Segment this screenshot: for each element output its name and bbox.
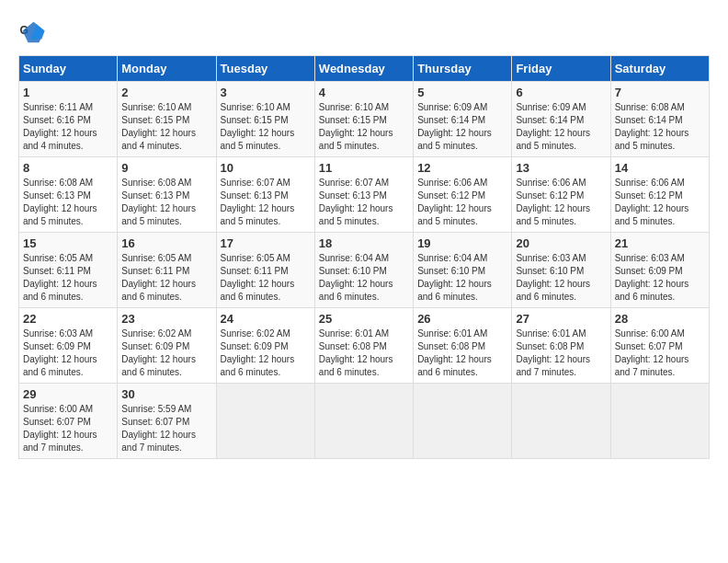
calendar-cell: 28Sunrise: 6:00 AMSunset: 6:07 PMDayligh… — [610, 308, 709, 384]
day-number: 30 — [121, 387, 211, 401]
calendar-cell — [512, 384, 610, 459]
day-number: 28 — [615, 312, 705, 326]
calendar-cell: 4Sunrise: 6:10 AMSunset: 6:15 PMDaylight… — [314, 82, 413, 157]
calendar-cell: 11Sunrise: 6:07 AMSunset: 6:13 PMDayligh… — [314, 157, 413, 233]
calendar-cell: 30Sunrise: 5:59 AMSunset: 6:07 PMDayligh… — [118, 384, 216, 459]
day-number: 17 — [221, 236, 311, 250]
calendar-table: SundayMondayTuesdayWednesdayThursdayFrid… — [18, 55, 710, 459]
day-number: 4 — [319, 86, 409, 99]
calendar-cell: 18Sunrise: 6:04 AMSunset: 6:10 PMDayligh… — [314, 233, 413, 308]
header-cell-friday: Friday — [512, 56, 610, 82]
day-info: Sunrise: 6:01 AMSunset: 6:08 PMDaylight:… — [319, 327, 409, 379]
calendar-cell: 21Sunrise: 6:03 AMSunset: 6:09 PMDayligh… — [610, 233, 709, 308]
calendar-cell: 17Sunrise: 6:05 AMSunset: 6:11 PMDayligh… — [216, 233, 314, 308]
day-info: Sunrise: 6:03 AMSunset: 6:09 PMDaylight:… — [615, 252, 705, 304]
calendar-cell: 23Sunrise: 6:02 AMSunset: 6:09 PMDayligh… — [118, 308, 216, 384]
calendar-cell: 19Sunrise: 6:04 AMSunset: 6:10 PMDayligh… — [414, 233, 512, 308]
calendar-week-row: 15Sunrise: 6:05 AMSunset: 6:11 PMDayligh… — [19, 233, 710, 308]
day-number: 9 — [121, 161, 211, 175]
day-info: Sunrise: 6:05 AMSunset: 6:11 PMDaylight:… — [221, 252, 311, 304]
day-number: 8 — [23, 161, 113, 175]
day-info: Sunrise: 6:08 AMSunset: 6:13 PMDaylight:… — [121, 177, 211, 228]
calendar-cell — [314, 384, 413, 459]
calendar-week-row: 29Sunrise: 6:00 AMSunset: 6:07 PMDayligh… — [19, 384, 710, 459]
calendar-cell: 2Sunrise: 6:10 AMSunset: 6:15 PMDaylight… — [118, 82, 216, 157]
calendar-header: SundayMondayTuesdayWednesdayThursdayFrid… — [19, 56, 710, 82]
calendar-cell — [610, 384, 709, 459]
calendar-cell: 24Sunrise: 6:02 AMSunset: 6:09 PMDayligh… — [216, 308, 314, 384]
day-info: Sunrise: 6:07 AMSunset: 6:13 PMDaylight:… — [319, 177, 409, 228]
header-cell-thursday: Thursday — [414, 56, 512, 82]
day-number: 2 — [121, 86, 211, 99]
calendar-cell: 27Sunrise: 6:01 AMSunset: 6:08 PMDayligh… — [512, 308, 610, 384]
calendar-cell: 7Sunrise: 6:08 AMSunset: 6:14 PMDaylight… — [610, 82, 709, 157]
day-number: 21 — [615, 236, 705, 250]
day-number: 26 — [417, 312, 507, 326]
day-number: 15 — [23, 236, 113, 250]
calendar-cell: 20Sunrise: 6:03 AMSunset: 6:10 PMDayligh… — [512, 233, 610, 308]
day-number: 18 — [319, 236, 409, 250]
calendar-cell — [216, 384, 314, 459]
day-info: Sunrise: 6:06 AMSunset: 6:12 PMDaylight:… — [417, 177, 507, 228]
day-info: Sunrise: 6:05 AMSunset: 6:11 PMDaylight:… — [121, 252, 211, 304]
header-cell-tuesday: Tuesday — [216, 56, 314, 82]
day-info: Sunrise: 6:02 AMSunset: 6:09 PMDaylight:… — [121, 327, 211, 379]
day-number: 20 — [516, 236, 606, 250]
day-info: Sunrise: 6:10 AMSunset: 6:15 PMDaylight:… — [221, 101, 311, 153]
day-number: 25 — [319, 312, 409, 326]
calendar-cell: 5Sunrise: 6:09 AMSunset: 6:14 PMDaylight… — [414, 82, 512, 157]
header-cell-saturday: Saturday — [610, 56, 709, 82]
calendar-cell: 16Sunrise: 6:05 AMSunset: 6:11 PMDayligh… — [118, 233, 216, 308]
header-cell-monday: Monday — [118, 56, 216, 82]
day-info: Sunrise: 6:09 AMSunset: 6:14 PMDaylight:… — [516, 101, 606, 153]
calendar-cell: 22Sunrise: 6:03 AMSunset: 6:09 PMDayligh… — [19, 308, 118, 384]
day-info: Sunrise: 6:08 AMSunset: 6:13 PMDaylight:… — [23, 177, 113, 228]
calendar-cell: 1Sunrise: 6:11 AMSunset: 6:16 PMDaylight… — [19, 82, 118, 157]
header-row: SundayMondayTuesdayWednesdayThursdayFrid… — [19, 56, 710, 82]
day-number: 6 — [516, 86, 606, 99]
calendar-cell: 29Sunrise: 6:00 AMSunset: 6:07 PMDayligh… — [19, 384, 118, 459]
day-info: Sunrise: 6:01 AMSunset: 6:08 PMDaylight:… — [417, 327, 507, 379]
calendar-cell: 9Sunrise: 6:08 AMSunset: 6:13 PMDaylight… — [118, 157, 216, 233]
day-info: Sunrise: 6:00 AMSunset: 6:07 PMDaylight:… — [23, 403, 113, 454]
calendar-cell: 3Sunrise: 6:10 AMSunset: 6:15 PMDaylight… — [216, 82, 314, 157]
day-info: Sunrise: 6:10 AMSunset: 6:15 PMDaylight:… — [319, 101, 409, 153]
header-cell-wednesday: Wednesday — [314, 56, 413, 82]
day-number: 27 — [516, 312, 606, 326]
day-info: Sunrise: 5:59 AMSunset: 6:07 PMDaylight:… — [121, 403, 211, 454]
calendar-week-row: 22Sunrise: 6:03 AMSunset: 6:09 PMDayligh… — [19, 308, 710, 384]
calendar-cell: 12Sunrise: 6:06 AMSunset: 6:12 PMDayligh… — [414, 157, 512, 233]
calendar-cell: 6Sunrise: 6:09 AMSunset: 6:14 PMDaylight… — [512, 82, 610, 157]
calendar-cell: 10Sunrise: 6:07 AMSunset: 6:13 PMDayligh… — [216, 157, 314, 233]
day-number: 23 — [121, 312, 211, 326]
day-info: Sunrise: 6:04 AMSunset: 6:10 PMDaylight:… — [319, 252, 409, 304]
day-number: 22 — [23, 312, 113, 326]
calendar-cell: 25Sunrise: 6:01 AMSunset: 6:08 PMDayligh… — [314, 308, 413, 384]
logo: G — [18, 18, 48, 46]
day-info: Sunrise: 6:01 AMSunset: 6:08 PMDaylight:… — [516, 327, 606, 379]
day-number: 7 — [615, 86, 705, 99]
day-info: Sunrise: 6:08 AMSunset: 6:14 PMDaylight:… — [615, 101, 705, 153]
day-number: 19 — [417, 236, 507, 250]
day-info: Sunrise: 6:00 AMSunset: 6:07 PMDaylight:… — [615, 327, 705, 379]
calendar-body: 1Sunrise: 6:11 AMSunset: 6:16 PMDaylight… — [19, 82, 710, 459]
day-number: 13 — [516, 161, 606, 175]
calendar-cell: 15Sunrise: 6:05 AMSunset: 6:11 PMDayligh… — [19, 233, 118, 308]
calendar-cell: 8Sunrise: 6:08 AMSunset: 6:13 PMDaylight… — [19, 157, 118, 233]
day-info: Sunrise: 6:03 AMSunset: 6:10 PMDaylight:… — [516, 252, 606, 304]
header-cell-sunday: Sunday — [19, 56, 118, 82]
day-number: 10 — [221, 161, 311, 175]
day-number: 16 — [121, 236, 211, 250]
day-number: 11 — [319, 161, 409, 175]
calendar-cell: 26Sunrise: 6:01 AMSunset: 6:08 PMDayligh… — [414, 308, 512, 384]
day-info: Sunrise: 6:05 AMSunset: 6:11 PMDaylight:… — [23, 252, 113, 304]
day-number: 12 — [417, 161, 507, 175]
header: G — [18, 18, 710, 46]
day-info: Sunrise: 6:10 AMSunset: 6:15 PMDaylight:… — [121, 101, 211, 153]
day-number: 14 — [615, 161, 705, 175]
calendar-cell — [414, 384, 512, 459]
day-info: Sunrise: 6:11 AMSunset: 6:16 PMDaylight:… — [23, 101, 113, 153]
day-number: 5 — [417, 86, 507, 99]
day-info: Sunrise: 6:09 AMSunset: 6:14 PMDaylight:… — [417, 101, 507, 153]
day-info: Sunrise: 6:06 AMSunset: 6:12 PMDaylight:… — [516, 177, 606, 228]
